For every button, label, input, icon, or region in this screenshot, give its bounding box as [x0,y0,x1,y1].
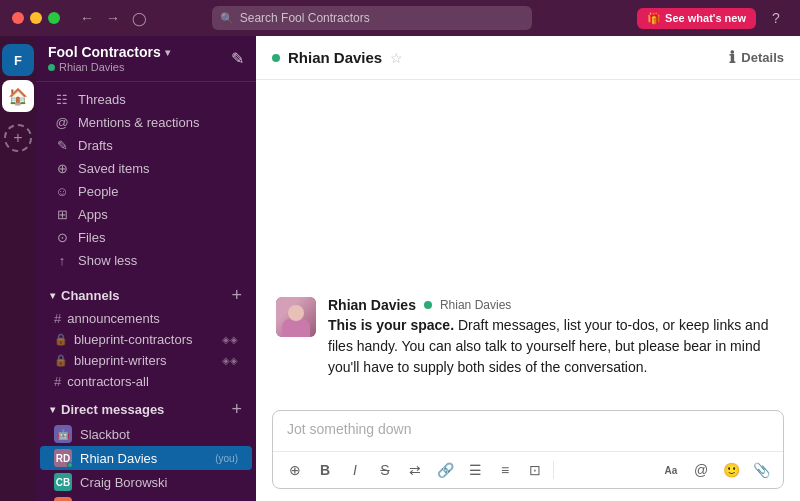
history-button[interactable]: ◯ [128,8,151,28]
craig-avatar: CB [54,473,72,491]
icon-rail: F 🏠 + [0,36,36,501]
sidebar-item-mentions[interactable]: @ Mentions & reactions [40,111,252,134]
italic-button[interactable]: I [341,456,369,484]
channels-section-header[interactable]: ▾ Channels + [36,278,256,308]
message-block: Rhian Davies Rhian Davies This is your s… [276,297,780,378]
chat-title: Rhian Davies [288,49,382,66]
whats-new-button[interactable]: 🎁 See what's new [637,8,756,29]
search-bar[interactable]: 🔍 Search Fool Contractors [212,6,532,30]
dm-section-header[interactable]: ▾ Direct messages + [36,392,256,422]
lock-icon: 🔒 [54,333,68,346]
sidebar-item-saved[interactable]: ⊕ Saved items [40,157,252,180]
nav-buttons: ← → ◯ [76,8,155,28]
compose-input[interactable]: Jot something down [273,411,783,451]
mentions-icon: @ [54,115,70,130]
mention-button[interactable]: @ [687,456,715,484]
online-indicator [67,462,73,468]
dm-craig-borowski[interactable]: CB Craig Borowski [40,470,252,494]
home-icon[interactable]: 🏠 [2,80,34,112]
sidebar-item-drafts[interactable]: ✎ Drafts [40,134,252,157]
channel-badge: ◈◈ [222,355,238,366]
chat-messages: Rhian Davies Rhian Davies This is your s… [256,80,800,402]
attach-button[interactable]: ⊕ [281,456,309,484]
minimize-button[interactable] [30,12,42,24]
add-workspace-button[interactable]: + [4,124,32,152]
sidebar-item-threads[interactable]: ☷ Threads [40,88,252,111]
toolbar-right: Aa @ 🙂 📎 [657,456,775,484]
gift-icon: 🎁 [647,12,661,25]
workspace-header: Fool Contractors ▾ Rhian Davies ✎ [36,36,256,82]
dm-name: Rhian Davies [80,451,207,466]
dm-rhian-davies[interactable]: RD Rhian Davies (you) [40,446,252,470]
attachment-button[interactable]: 📎 [747,456,775,484]
you-badge: (you) [215,453,238,464]
threads-icon: ☷ [54,92,70,107]
files-icon: ⊙ [54,230,70,245]
channel-blueprint-contractors[interactable]: 🔒 blueprint-contractors ◈◈ [40,329,252,350]
blockquote-button[interactable]: ⊡ [521,456,549,484]
sidebar-item-label: Apps [78,207,108,222]
help-button[interactable]: ? [764,6,788,30]
unordered-list-button[interactable]: ≡ [491,456,519,484]
sidebar-item-label: Drafts [78,138,113,153]
add-channel-button[interactable]: + [231,286,242,304]
drafts-icon: ✎ [54,138,70,153]
format-button[interactable]: Aa [657,456,685,484]
chat-online-dot [272,54,280,62]
bold-button[interactable]: B [311,456,339,484]
online-dot [48,64,55,71]
main-content: Rhian Davies ☆ ℹ Details Rhian Davies Rh… [256,36,800,501]
sidebar-item-files[interactable]: ⊙ Files [40,226,252,249]
rhian-avatar: RD [54,449,72,467]
dm-section-label: Direct messages [61,402,164,417]
info-icon: ℹ [729,48,735,67]
dm-craig-jordan[interactable]: CJ Craig Borowski, Jordan DiPie... [40,494,252,501]
sidebar-item-label: Show less [78,253,137,268]
badge-dot-2: ◈◈ [222,355,238,366]
chevron-down-icon: ▾ [165,47,170,58]
channel-blueprint-writers[interactable]: 🔒 blueprint-writers ◈◈ [40,350,252,371]
workspace-name[interactable]: Fool Contractors ▾ [48,44,170,60]
lock-icon: 🔒 [54,354,68,367]
forward-button[interactable]: → [102,8,124,28]
strikethrough-button[interactable]: S [371,456,399,484]
sidebar-item-label: People [78,184,118,199]
hyperlink-button[interactable]: 🔗 [431,456,459,484]
avatar-image [276,297,316,337]
main-layout: F 🏠 + Fool Contractors ▾ Rhian Davies ✎ [0,36,800,501]
compose-placeholder: Jot something down [287,421,412,437]
sidebar-item-label: Saved items [78,161,150,176]
hash-icon: # [54,374,61,389]
ordered-list-button[interactable]: ☰ [461,456,489,484]
channel-announcements[interactable]: # announcements [40,308,252,329]
sidebar-item-apps[interactable]: ⊞ Apps [40,203,252,226]
toolbar-divider [553,461,554,479]
message-avatar [276,297,316,337]
details-button[interactable]: ℹ Details [729,48,784,67]
dm-slackbot[interactable]: 🤖 Slackbot [40,422,252,446]
message-sender-subtitle: Rhian Davies [440,298,511,312]
dm-chevron-icon: ▾ [50,404,55,415]
link-button[interactable]: ⇄ [401,456,429,484]
sidebar-item-label: Files [78,230,105,245]
message-bold: This is your space. [328,317,454,333]
back-button[interactable]: ← [76,8,98,28]
sidebar-item-label: Threads [78,92,126,107]
sidebar-nav: ☷ Threads @ Mentions & reactions ✎ Draft… [36,82,256,278]
channel-badge: ◈◈ [222,334,238,345]
message-content: Rhian Davies Rhian Davies This is your s… [328,297,780,378]
compose-button[interactable]: ✎ [231,49,244,68]
close-button[interactable] [12,12,24,24]
message-sender-online [424,301,432,309]
add-dm-button[interactable]: + [231,400,242,418]
apps-icon: ⊞ [54,207,70,222]
user-status: Rhian Davies [48,61,170,73]
channel-contractors-all[interactable]: # contractors-all [40,371,252,392]
star-button[interactable]: ☆ [390,50,403,66]
emoji-button[interactable]: 🙂 [717,456,745,484]
workspace-avatar[interactable]: F [2,44,34,76]
sidebar-item-people[interactable]: ☺ People [40,180,252,203]
channels-label: Channels [61,288,120,303]
maximize-button[interactable] [48,12,60,24]
sidebar-item-showless[interactable]: ↑ Show less [40,249,252,272]
